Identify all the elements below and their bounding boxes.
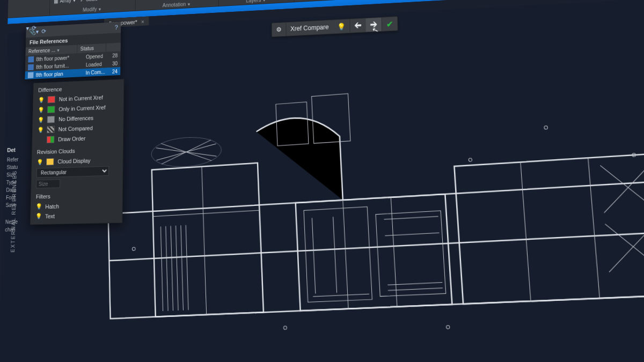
lightbulb-icon: 💡 <box>38 116 43 123</box>
ref-status: Loaded <box>86 61 110 67</box>
svg-line-24 <box>313 294 369 297</box>
svg-point-41 <box>632 153 636 157</box>
refresh-icon[interactable]: ⟳ <box>41 28 46 35</box>
svg-line-33 <box>600 162 644 213</box>
svg-line-1 <box>109 231 644 261</box>
array-tool[interactable]: ▦ Array ▾ <box>54 0 75 4</box>
scale-tool[interactable]: ⤢ Scale <box>80 0 98 3</box>
ref-size: 28 <box>112 53 118 58</box>
swatch-hatch <box>47 126 54 134</box>
ref-status: Opened <box>86 53 110 60</box>
refresh-icon[interactable]: ⟳ <box>32 25 36 32</box>
lightbulb-icon: 💡 <box>38 107 43 114</box>
svg-line-27 <box>385 233 439 235</box>
svg-line-22 <box>312 218 316 293</box>
svg-line-5 <box>160 226 163 311</box>
svg-rect-21 <box>304 207 372 302</box>
lightbulb-icon: 💡 <box>35 203 41 210</box>
close-icon[interactable]: × <box>141 19 144 25</box>
list-item: chan <box>5 225 34 233</box>
svg-line-7 <box>171 226 173 311</box>
svg-point-40 <box>544 126 548 130</box>
lightbulb-icon: 💡 <box>36 159 42 166</box>
svg-point-38 <box>283 326 287 329</box>
ref-size: 24 <box>112 69 118 75</box>
file-references-panel: 📎▾ ⟳ ? File References Reference ... Sta… <box>25 22 121 79</box>
svg-point-39 <box>469 158 472 161</box>
ref-status: In Com... <box>85 69 109 75</box>
ref-size: 30 <box>112 61 118 67</box>
svg-line-32 <box>588 158 600 298</box>
svg-line-35 <box>605 221 644 272</box>
col-status[interactable]: Status <box>77 43 106 53</box>
new-dropdown-icon[interactable]: ▾ <box>26 25 30 32</box>
svg-rect-25 <box>376 211 446 297</box>
svg-line-8 <box>175 226 178 311</box>
ref-name: 8th floor plan <box>36 70 84 78</box>
svg-point-37 <box>132 247 135 250</box>
swatch-green <box>47 106 55 113</box>
opt-label: Text <box>45 213 55 219</box>
svg-rect-30 <box>454 153 644 304</box>
svg-line-20 <box>391 197 397 307</box>
svg-line-9 <box>181 225 184 310</box>
swatch-gray <box>47 116 55 123</box>
svg-line-26 <box>384 216 438 219</box>
quick-access-toolbar: ▾ ⟳ <box>26 25 36 32</box>
svg-line-36 <box>605 221 644 272</box>
floor-plan <box>77 50 644 362</box>
svg-line-10 <box>186 225 188 310</box>
svg-line-4 <box>202 167 207 315</box>
lightbulb-icon: 💡 <box>38 127 43 134</box>
svg-rect-18 <box>296 194 452 311</box>
svg-line-28 <box>387 283 442 285</box>
svg-line-34 <box>600 162 644 213</box>
dwg-icon <box>28 72 34 78</box>
help-icon[interactable]: ? <box>115 24 118 31</box>
cloud-size-input[interactable] <box>36 179 60 188</box>
dwg-icon <box>28 64 34 71</box>
lightbulb-icon: 💡 <box>38 97 44 103</box>
svg-rect-2 <box>152 163 264 317</box>
swatch-order <box>47 136 54 143</box>
lightbulb-icon: 💡 <box>35 213 41 220</box>
svg-line-6 <box>166 226 168 311</box>
svg-line-3 <box>153 210 260 217</box>
svg-point-42 <box>446 326 450 329</box>
svg-line-31 <box>521 162 531 301</box>
svg-line-23 <box>333 217 337 293</box>
svg-line-29 <box>388 288 443 291</box>
svg-line-19 <box>343 200 348 309</box>
svg-rect-0 <box>108 180 644 319</box>
svg-line-15 <box>161 140 211 164</box>
